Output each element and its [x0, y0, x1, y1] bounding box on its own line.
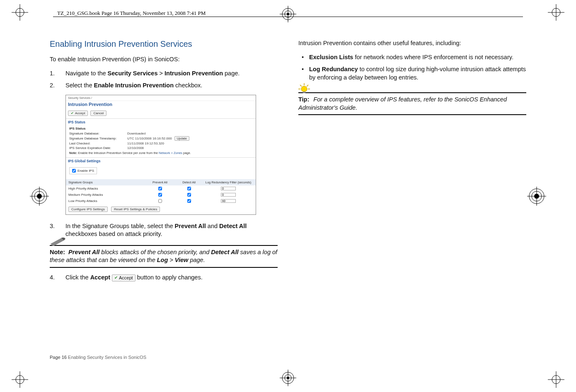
page-body: Enabling Intrusion Prevention Services T…: [50, 39, 526, 351]
page-header-meta: TZ_210_GSG.book Page 16 Thursday, Novemb…: [57, 10, 206, 17]
accept-button-inline[interactable]: Accept: [112, 274, 136, 281]
lightbulb-icon: [298, 83, 310, 95]
right-intro: Intrusion Prevention contains other usef…: [298, 39, 526, 48]
low-redundancy-input[interactable]: [221, 199, 236, 203]
page-footer: Page 16 Enabling Security Services in So…: [50, 355, 146, 360]
col-detect: Detect All: [174, 180, 203, 184]
crop-mark-icon: [548, 4, 564, 21]
breadcrumb: Security Services /: [66, 95, 256, 101]
ips-status-subheader: IPS Status: [69, 127, 252, 130]
feature-bullets: Exclusion Lists for network nodes where …: [298, 53, 526, 82]
ips-global-block: Enable IPS: [66, 164, 256, 179]
bullet-log-redundancy: Log Redundancy to control log size durin…: [309, 65, 526, 82]
row-med-label: Medium Priority Attacks: [68, 193, 145, 197]
page-title: Intrusion Prevention: [66, 101, 256, 109]
ips-status-block: IPS Status Signature Database: Downloade…: [66, 125, 256, 157]
ips-global-section-header: IPS Global Settings: [66, 157, 256, 164]
header-rule: [53, 17, 523, 17]
crop-mark-icon: [12, 371, 28, 388]
enable-ips-checkbox-container: Enable IPS: [69, 167, 97, 174]
table-row: Medium Priority Attacks: [66, 192, 256, 198]
accept-button[interactable]: Accept: [68, 111, 88, 116]
steps-list: Navigate to the Security Services > Intr…: [50, 70, 278, 90]
steps-list-continued-2: Click the Accept Accept button to apply …: [50, 274, 278, 282]
tip-rule-bottom: [298, 114, 526, 115]
registration-mark-icon: [276, 370, 300, 386]
tip-rule-top: [298, 92, 526, 93]
bullet-exclusion-lists: Exclusion Lists for network nodes where …: [309, 53, 526, 62]
steps-list-continued: In the Signature Groups table, select th…: [50, 222, 278, 238]
table-row: Low Priority Attacks: [66, 198, 256, 204]
section-heading: Enabling Intrusion Prevention Services: [50, 39, 278, 49]
enable-ips-checkbox[interactable]: [72, 169, 76, 173]
footer-title: Enabling Security Services in SonicOS: [67, 355, 146, 360]
network-zones-link[interactable]: Network > Zones: [159, 151, 182, 155]
crop-mark-icon: [548, 371, 564, 388]
registration-mark-icon: [30, 187, 49, 206]
last-checked-value: 11/11/2008 19:12:53.320: [127, 142, 164, 145]
toolbar: Accept Cancel: [66, 109, 256, 118]
embedded-screenshot: Security Services / Intrusion Prevention…: [65, 95, 256, 215]
col-groups: Signature Groups: [68, 180, 145, 184]
col-prevent: Prevent All: [145, 180, 174, 184]
low-prevent-checkbox[interactable]: [158, 199, 162, 203]
note-rule-bottom: [50, 267, 278, 268]
screenshot-footer: Configure IPS Settings Reset IPS Setting…: [66, 204, 256, 214]
crop-mark-icon: [12, 4, 28, 21]
step-3: In the Signature Groups table, select th…: [50, 222, 278, 238]
high-redundancy-input[interactable]: [221, 187, 236, 190]
sig-ts-value: UTC 11/10/2008 16:16:52.000: [127, 137, 172, 140]
update-button[interactable]: Update: [174, 136, 189, 141]
left-column: Enabling Intrusion Prevention Services T…: [50, 39, 278, 351]
row-low-label: Low Priority Attacks: [68, 199, 145, 203]
page-number: Page 16: [50, 355, 67, 360]
registration-mark-icon: [527, 187, 546, 206]
note-block: Note: Prevent All blocks attacks of the …: [50, 245, 278, 268]
med-prevent-checkbox[interactable]: [158, 193, 162, 197]
signature-groups-header: Signature Groups Prevent All Detect All …: [66, 179, 256, 185]
step-1: Navigate to the Security Services > Intr…: [50, 70, 278, 78]
configure-ips-button[interactable]: Configure IPS Settings: [68, 207, 108, 212]
enable-ips-label: Enable IPS: [77, 169, 94, 173]
last-checked-label: Last Checked:: [69, 142, 127, 145]
pencil-icon: [50, 238, 66, 246]
sig-ts-label: Signature Database Timestamp:: [69, 137, 127, 140]
tip-label: Tip:: [298, 96, 309, 103]
step-2: Select the Enable Intrusion Prevention c…: [50, 82, 278, 90]
expiration-label: IPS Service Expiration Date:: [69, 146, 127, 150]
step-4: Click the Accept Accept button to apply …: [50, 274, 278, 282]
tip-block: Tip: For a complete overview of IPS feat…: [298, 92, 526, 115]
sig-db-value: Downloaded: [127, 132, 145, 135]
svg-point-16: [301, 86, 307, 92]
sig-db-label: Signature Database:: [69, 132, 127, 135]
col-redundancy: Log Redundancy Filter (seconds): [203, 180, 253, 184]
note-rule-top: [50, 245, 278, 246]
svg-rect-17: [303, 91, 305, 93]
low-detect-checkbox[interactable]: [187, 199, 191, 203]
right-column: Intrusion Prevention contains other usef…: [298, 39, 526, 351]
tip-body: For a complete overview of IPS features,…: [298, 96, 507, 111]
med-redundancy-input[interactable]: [221, 193, 236, 197]
registration-mark-icon: [276, 6, 300, 22]
table-row: High Priority Attacks: [66, 185, 256, 192]
expiration-value: 12/10/2008: [127, 146, 144, 150]
note-body: Prevent All blocks attacks of the chosen…: [50, 249, 277, 264]
high-detect-checkbox[interactable]: [187, 187, 191, 190]
row-high-label: High Priority Attacks: [68, 187, 145, 190]
note-label: Note:: [50, 249, 65, 255]
status-note: Note: Enable the Intrusion Prevention Se…: [69, 150, 252, 155]
ips-status-section-header: IPS Status: [66, 118, 256, 125]
intro-text: To enable Intrusion Prevention (IPS) in …: [50, 55, 278, 64]
reset-ips-button[interactable]: Reset IPS Settings & Policies: [111, 207, 160, 212]
cancel-button[interactable]: Cancel: [90, 111, 106, 116]
med-detect-checkbox[interactable]: [187, 193, 191, 197]
high-prevent-checkbox[interactable]: [158, 187, 162, 190]
